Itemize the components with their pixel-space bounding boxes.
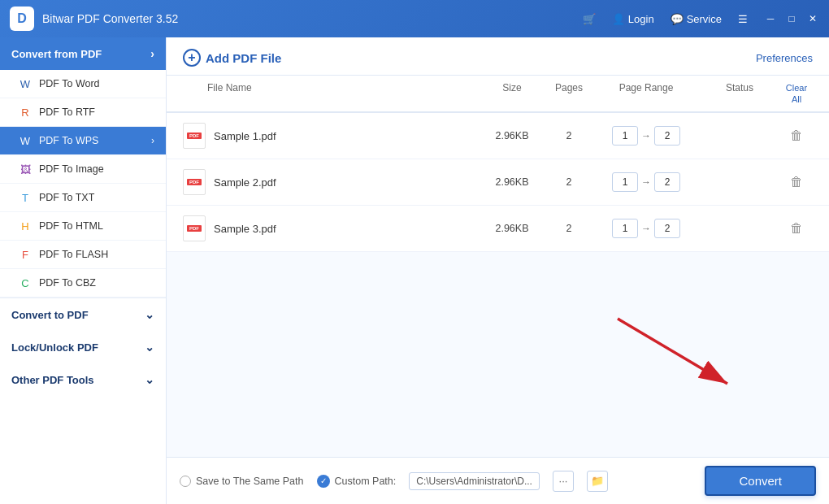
- file-name-cell: PDF Sample 2.pdf: [183, 169, 480, 195]
- maximize-button[interactable]: □: [785, 12, 798, 25]
- menu-icon[interactable]: ☰: [738, 13, 748, 25]
- sidebar-section-convert-from[interactable]: Convert from PDF ›: [0, 37, 166, 70]
- file-pages: 2: [545, 176, 593, 188]
- page-to-input[interactable]: [654, 219, 680, 238]
- cbz-icon: C: [18, 276, 33, 290]
- arrow-symbol: →: [641, 223, 651, 234]
- page-to-input[interactable]: [654, 172, 680, 192]
- arrow-symbol: →: [641, 130, 651, 141]
- image-icon: 🖼: [18, 162, 33, 176]
- file-table-area: File Name Size Pages Page Range Status C…: [167, 76, 829, 457]
- table-row: PDF Sample 1.pdf 2.96KB 2 → 🗑: [167, 113, 829, 159]
- wps-icon: W: [18, 133, 33, 148]
- pdf-file-icon: PDF: [183, 169, 206, 195]
- file-pages: 2: [545, 223, 593, 234]
- red-arrow-annotation: [601, 302, 764, 408]
- chevron-down-icon: ⌄: [145, 341, 154, 354]
- app-logo: D: [10, 7, 34, 31]
- html-icon: H: [18, 219, 33, 233]
- page-from-input[interactable]: [612, 219, 638, 238]
- bottom-bar: Save to The Same Path ✓ Custom Path: C:\…: [167, 457, 829, 504]
- convert-button[interactable]: Convert: [705, 466, 816, 496]
- page-range-cell: →: [593, 126, 699, 146]
- col-filename: File Name: [183, 82, 480, 105]
- sidebar-item-pdf-to-rtf[interactable]: R PDF To RTF: [0, 98, 166, 127]
- chevron-down-icon: ⌄: [145, 308, 154, 321]
- page-range-cell: →: [593, 172, 699, 192]
- clear-all-link[interactable]: Clear All: [786, 83, 807, 104]
- chevron-right-icon: ›: [150, 47, 154, 60]
- main-content: + Add PDF File Preferences File Name Siz…: [167, 37, 829, 504]
- delete-button[interactable]: 🗑: [785, 217, 808, 240]
- page-range-cell: →: [593, 219, 699, 238]
- chevron-down-icon: ⌄: [145, 373, 154, 386]
- app-body: Convert from PDF › W PDF To Word R PDF T…: [0, 37, 829, 504]
- save-same-path-option[interactable]: Save to The Same Path: [180, 476, 304, 487]
- sidebar-section-convert-to[interactable]: Convert to PDF ⌄: [0, 298, 166, 331]
- sidebar-item-pdf-to-html[interactable]: H PDF To HTML: [0, 212, 166, 241]
- page-from-input[interactable]: [612, 172, 638, 192]
- word-icon: W: [18, 76, 33, 91]
- sidebar-item-pdf-to-cbz[interactable]: C PDF To CBZ: [0, 269, 166, 298]
- sidebar-item-pdf-to-wps[interactable]: W PDF To WPS ›: [0, 127, 166, 155]
- arrow-symbol: →: [641, 176, 651, 188]
- page-from-input[interactable]: [612, 126, 638, 146]
- col-pagerange: Page Range: [593, 82, 699, 105]
- sidebar-section-lock-unlock[interactable]: Lock/Unlock PDF ⌄: [0, 331, 166, 363]
- minimize-button[interactable]: ─: [764, 12, 777, 25]
- sidebar-section-other-tools[interactable]: Other PDF Tools ⌄: [0, 363, 166, 396]
- add-file-button[interactable]: + Add PDF File: [183, 49, 281, 67]
- plus-icon: +: [183, 49, 201, 67]
- file-size: 2.96KB: [480, 130, 545, 141]
- pdf-file-icon: PDF: [183, 215, 206, 241]
- table-row: PDF Sample 3.pdf 2.96KB 2 → 🗑: [167, 206, 829, 252]
- radio-button[interactable]: [180, 476, 191, 487]
- custom-path-section: ✓ Custom Path:: [317, 475, 397, 488]
- preferences-link[interactable]: Preferences: [756, 52, 813, 64]
- col-status: Status: [699, 82, 780, 105]
- close-button[interactable]: ✕: [806, 12, 819, 25]
- file-name-cell: PDF Sample 3.pdf: [183, 215, 480, 241]
- sidebar-item-pdf-to-word[interactable]: W PDF To Word: [0, 70, 166, 98]
- app-title: Bitwar PDF Converter 3.52: [42, 12, 583, 25]
- file-name-cell: PDF Sample 1.pdf: [183, 123, 480, 149]
- cart-icon[interactable]: 🛒: [583, 13, 596, 25]
- page-to-input[interactable]: [654, 126, 680, 146]
- titlebar-nav: 🛒 👤 Login 💬 Service ☰: [583, 13, 748, 25]
- login-nav-item[interactable]: 👤 Login: [612, 13, 654, 25]
- user-icon: 👤: [612, 13, 625, 25]
- pdf-file-icon: PDF: [183, 123, 206, 149]
- service-nav-item[interactable]: 💬 Service: [671, 13, 722, 25]
- sidebar-item-pdf-to-image[interactable]: 🖼 PDF To Image: [0, 155, 166, 184]
- service-icon: 💬: [671, 13, 684, 25]
- svg-line-1: [618, 319, 727, 384]
- col-size: Size: [480, 82, 545, 105]
- rtf-icon: R: [18, 105, 33, 119]
- txt-icon: T: [18, 190, 33, 205]
- titlebar: D Bitwar PDF Converter 3.52 🛒 👤 Login 💬 …: [0, 0, 829, 37]
- col-actions: Clear All: [780, 82, 813, 105]
- delete-button[interactable]: 🗑: [785, 124, 808, 147]
- chevron-right-icon: ›: [151, 135, 154, 146]
- sidebar-item-pdf-to-flash[interactable]: F PDF To FLASH: [0, 241, 166, 269]
- table-header: File Name Size Pages Page Range Status C…: [167, 76, 829, 113]
- window-controls: ─ □ ✕: [764, 12, 819, 25]
- path-dots-button[interactable]: ···: [553, 471, 574, 492]
- sidebar-item-pdf-to-txt[interactable]: T PDF To TXT: [0, 184, 166, 212]
- file-size: 2.96KB: [480, 176, 545, 188]
- check-circle-icon: ✓: [317, 475, 330, 488]
- sidebar: Convert from PDF › W PDF To Word R PDF T…: [0, 37, 167, 504]
- path-display: C:\Users\Administrator\D...: [409, 472, 540, 490]
- file-pages: 2: [545, 130, 593, 141]
- table-row: PDF Sample 2.pdf 2.96KB 2 → 🗑: [167, 159, 829, 206]
- browse-folder-button[interactable]: 📁: [587, 471, 608, 492]
- main-header: + Add PDF File Preferences: [167, 37, 829, 76]
- flash-icon: F: [18, 247, 33, 262]
- delete-button[interactable]: 🗑: [785, 171, 808, 193]
- col-pages: Pages: [545, 82, 593, 105]
- file-size: 2.96KB: [480, 223, 545, 234]
